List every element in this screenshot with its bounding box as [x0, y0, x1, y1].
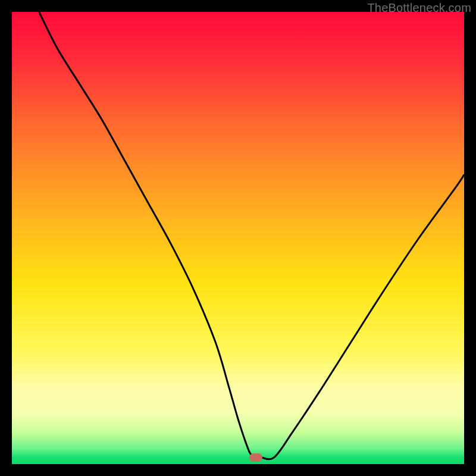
- curve-layer: [12, 12, 464, 464]
- plot-area: [12, 12, 464, 464]
- optimal-point-marker: [249, 453, 262, 462]
- bottleneck-curve: [39, 12, 464, 459]
- chart-frame: TheBottleneck.com: [0, 0, 476, 476]
